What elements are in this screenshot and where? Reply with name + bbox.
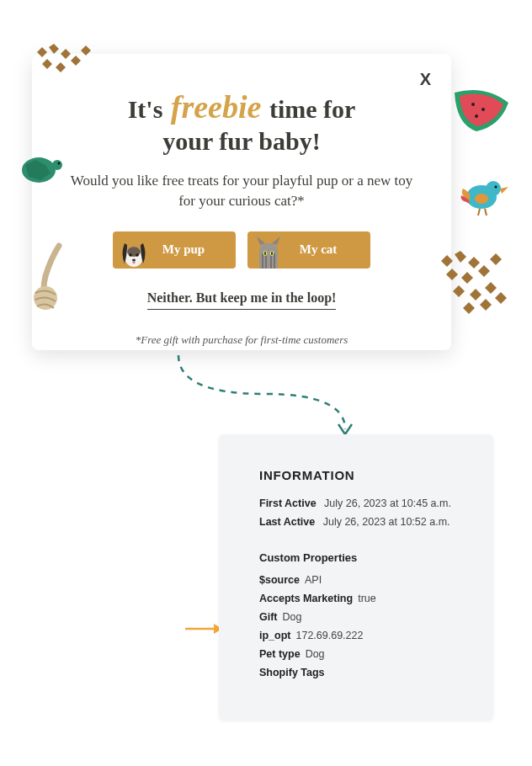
freebie-popup: X It's freebie time for your fur baby! W… (32, 54, 451, 350)
headline-accent: freebie (169, 89, 263, 125)
dog-icon (114, 235, 153, 269)
cat-icon (249, 235, 288, 269)
svg-point-17 (494, 185, 497, 188)
headline-part-2: time for (269, 95, 355, 123)
custom-property-value: Dog (283, 611, 302, 623)
custom-property-value: Dog (306, 648, 325, 660)
custom-property-key: Gift (259, 611, 278, 623)
treats-icon (434, 251, 513, 327)
svg-point-14 (58, 162, 61, 165)
watermelon-toy-icon (451, 88, 512, 135)
custom-property-key: Accepts Marketing (259, 593, 353, 604)
custom-property-key: $source (259, 574, 300, 586)
treats-icon (32, 44, 98, 81)
popup-disclaimer: *Free gift with purchase for first-time … (61, 333, 423, 347)
custom-properties-list: $sourceAPIAccepts MarketingtrueGiftDogip… (259, 574, 468, 678)
svg-point-3 (136, 253, 139, 257)
headline-part-1: It's (128, 95, 163, 123)
neither-link[interactable]: Neither. But keep me in the loop! (147, 290, 337, 310)
connector-arrow-icon (172, 352, 365, 439)
svg-line-20 (485, 209, 487, 215)
headline-line-2: your fur baby! (162, 127, 320, 155)
custom-property-value: 172.69.69.222 (296, 630, 364, 641)
my-pup-label: My pup (162, 242, 205, 257)
svg-point-13 (52, 160, 62, 170)
custom-property-key: ip_opt (259, 630, 291, 641)
svg-point-16 (486, 181, 501, 196)
custom-property-value: API (305, 574, 322, 586)
information-panel: INFORMATION First Active July 26, 2023 a… (219, 434, 493, 721)
highlight-arrow-icon (184, 623, 222, 635)
my-pup-button[interactable]: My pup (113, 231, 236, 269)
my-cat-button[interactable]: My cat (247, 231, 370, 269)
custom-property-row: GiftDog (259, 611, 468, 623)
svg-point-7 (264, 251, 266, 254)
custom-property-key: Shopify Tags (259, 667, 325, 678)
svg-point-18 (475, 194, 488, 204)
custom-property-key: Pet type (259, 648, 301, 660)
my-cat-label: My cat (300, 242, 338, 257)
svg-point-2 (129, 253, 132, 257)
rope-toy-icon (25, 242, 79, 313)
close-icon[interactable]: X (420, 71, 431, 88)
custom-property-row: ip_opt172.69.69.222 (259, 630, 468, 641)
svg-point-11 (475, 114, 478, 118)
svg-point-9 (471, 103, 475, 106)
custom-property-row: $sourceAPI (259, 574, 468, 586)
custom-properties-heading: Custom Properties (259, 551, 468, 564)
last-active-value: July 26, 2023 at 10:52 a.m. (323, 516, 450, 528)
last-active-label: Last Active (259, 516, 315, 528)
popup-headline: It's freebie time for your fur baby! (61, 88, 423, 157)
svg-line-19 (478, 209, 480, 215)
turtle-toy-icon (17, 148, 66, 190)
custom-property-value: true (358, 593, 376, 604)
first-active-label: First Active (259, 497, 317, 509)
custom-property-row: Accepts Marketingtrue (259, 593, 468, 604)
last-active-row: Last Active July 26, 2023 at 10:52 a.m. (259, 516, 468, 528)
choice-button-row: My pup My cat (61, 231, 423, 269)
first-active-value: July 26, 2023 at 10:45 a.m. (324, 497, 451, 509)
svg-point-10 (481, 108, 485, 111)
custom-property-row: Pet typeDog (259, 648, 468, 660)
first-active-row: First Active July 26, 2023 at 10:45 a.m. (259, 497, 468, 509)
svg-point-4 (132, 258, 136, 261)
bird-toy-icon (460, 173, 510, 219)
info-panel-title: INFORMATION (259, 468, 468, 482)
popup-subhead: Would you like free treats for your play… (61, 171, 423, 211)
svg-point-8 (271, 251, 273, 254)
custom-property-row: Shopify Tags (259, 667, 468, 678)
